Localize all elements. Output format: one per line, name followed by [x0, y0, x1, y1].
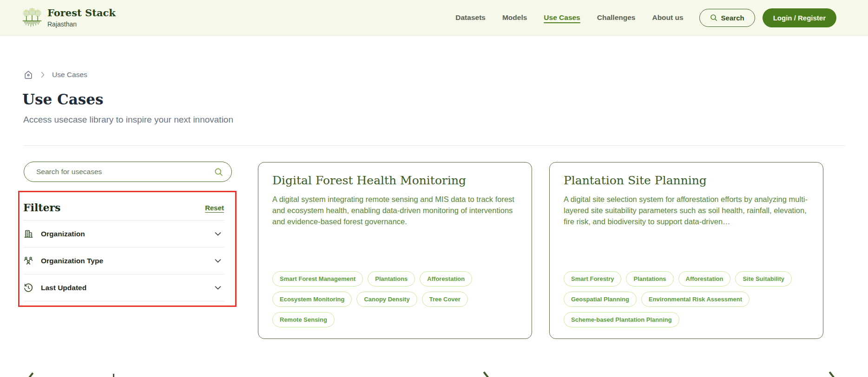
- tag-smart-forestry[interactable]: Smart Forestry: [564, 271, 621, 286]
- nav-item-challenges[interactable]: Challenges: [597, 13, 636, 22]
- usecase-card-plantation-site-planning[interactable]: Plantation Site PlanningA digital site s…: [549, 162, 823, 339]
- header: Forest Stack Rajasthan DatasetsModelsUse…: [0, 0, 868, 36]
- filters-title: Filters: [23, 202, 60, 214]
- main-nav: DatasetsModelsUse CasesChallengesAbout u…: [455, 13, 683, 22]
- history-icon: [23, 283, 33, 293]
- filters-reset-link[interactable]: Reset: [205, 204, 224, 212]
- usecase-card-title: Plantation Site Planning: [564, 174, 809, 187]
- brand-logo[interactable]: Forest Stack Rajasthan: [22, 6, 116, 29]
- page-subtitle: Access usecase library to inspire your n…: [23, 115, 233, 125]
- tag-ecosystem-monitoring[interactable]: Ecosystem Monitoring: [272, 292, 352, 307]
- tag-smart-forest-management[interactable]: Smart Forest Management: [272, 271, 363, 286]
- filter-label: Organization: [41, 230, 85, 238]
- filter-label: Organization Type: [41, 257, 103, 265]
- carousel-next-arrow[interactable]: [483, 371, 491, 377]
- cutoff-glyph: [113, 374, 114, 377]
- login-register-button[interactable]: Login / Register: [763, 8, 836, 27]
- nav-item-datasets[interactable]: Datasets: [455, 13, 486, 22]
- tag-remote-sensing[interactable]: Remote Sensing: [272, 312, 335, 327]
- usecase-search-field[interactable]: [24, 162, 232, 182]
- tag-afforestation[interactable]: Afforestation: [678, 271, 731, 286]
- usecase-search-input[interactable]: [35, 167, 214, 176]
- login-register-label: Login / Register: [773, 14, 826, 22]
- section-divider: [23, 145, 845, 146]
- usecase-tag-list: Smart ForestryPlantationsAfforestationSi…: [564, 271, 809, 327]
- filter-row-organization[interactable]: Organization: [23, 220, 224, 247]
- breadcrumb-current: Use Cases: [52, 71, 87, 79]
- nav-item-use-cases[interactable]: Use Cases: [544, 13, 580, 22]
- filters-panel: Filters Reset OrganizationOrganization T…: [23, 192, 224, 301]
- tag-plantations[interactable]: Plantations: [368, 271, 415, 286]
- carousel-prev-arrow[interactable]: [26, 372, 34, 377]
- brand-region: Rajasthan: [47, 20, 116, 28]
- search-button-label: Search: [721, 14, 744, 22]
- tag-canopy-density[interactable]: Canopy Density: [356, 292, 417, 307]
- filter-label: Last Updated: [41, 284, 86, 292]
- search-icon: [214, 168, 223, 176]
- search-button[interactable]: Search: [699, 9, 755, 27]
- forest-logo-icon: [22, 6, 42, 29]
- breadcrumb-chevron-icon: [41, 72, 45, 78]
- tag-plantations[interactable]: Plantations: [626, 271, 673, 286]
- nav-item-models[interactable]: Models: [502, 13, 527, 22]
- nav-item-about-us[interactable]: About us: [652, 13, 683, 22]
- tag-environmental-risk-assessment[interactable]: Environmental Risk Assessment: [641, 292, 750, 307]
- tag-geospatial-planning[interactable]: Geospatial Planning: [564, 292, 637, 307]
- brand-name: Forest Stack: [47, 7, 116, 19]
- tag-afforestation[interactable]: Afforestation: [420, 271, 472, 286]
- carousel-next-arrow[interactable]: [829, 371, 837, 377]
- building-icon: [23, 229, 33, 239]
- usecase-card-title: Digital Forest Health Monitoring: [272, 174, 518, 187]
- usecase-tag-list: Smart Forest ManagementPlantationsAffore…: [272, 271, 518, 327]
- chevron-down-icon: [215, 232, 221, 236]
- page-title: Use Cases: [22, 91, 103, 108]
- filter-row-organization-type[interactable]: Organization Type: [23, 247, 224, 274]
- usecase-card-description: A digital site selection system for affo…: [564, 194, 809, 227]
- breadcrumb: Use Cases: [23, 70, 87, 80]
- tag-site-suitability[interactable]: Site Suitability: [735, 271, 792, 286]
- usecase-card-description: A digital system integrating remote sens…: [272, 194, 518, 227]
- home-icon[interactable]: [23, 70, 33, 80]
- search-icon: [710, 14, 717, 21]
- chevron-down-icon: [215, 286, 221, 290]
- usecase-card-digital-forest-health-monitoring[interactable]: Digital Forest Health MonitoringA digita…: [258, 162, 532, 339]
- chevron-down-icon: [215, 259, 221, 263]
- filter-row-last-updated[interactable]: Last Updated: [23, 274, 224, 301]
- org-group-icon: [23, 256, 33, 266]
- tag-scheme-based-plantation-planning[interactable]: Scheme-based Plantation Planning: [564, 312, 679, 327]
- tag-tree-cover[interactable]: Tree Cover: [422, 292, 468, 307]
